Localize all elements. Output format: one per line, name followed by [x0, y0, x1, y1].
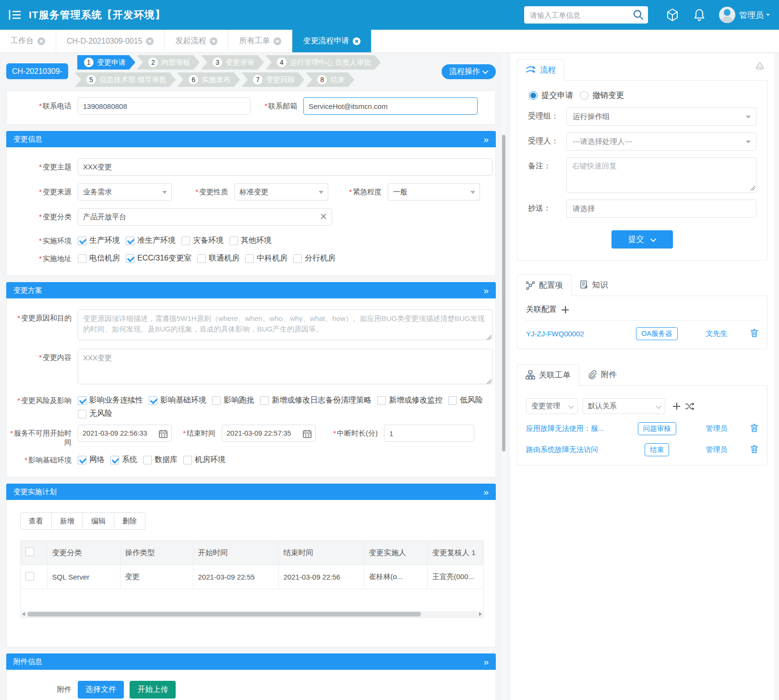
checkbox-option[interactable]: 中科机房 [245, 250, 288, 263]
change-source-select[interactable]: 业务需求 [78, 183, 172, 201]
add-config-icon[interactable] [562, 306, 569, 313]
checkbox-option[interactable]: 数据库 [143, 451, 178, 465]
close-icon[interactable] [353, 37, 360, 45]
collapse-icon[interactable]: » [483, 135, 489, 144]
user-avatar[interactable] [719, 7, 735, 23]
collapse-icon[interactable]: » [483, 657, 489, 666]
scrollbar-thumb[interactable] [27, 612, 421, 617]
change-content-textarea[interactable]: XXX变更 [78, 349, 493, 384]
clear-icon[interactable] [320, 213, 327, 220]
vertical-scrollbar[interactable] [502, 53, 506, 700]
config-item-link[interactable]: YJ-ZJ-FWQ00002 [526, 330, 624, 338]
checkbox[interactable] [143, 456, 152, 464]
checkbox[interactable] [229, 237, 238, 245]
checkbox-option[interactable]: 生产环境 [78, 232, 120, 246]
delete-button[interactable]: 删除 [114, 512, 145, 530]
checkbox-option[interactable]: 其他环境 [229, 232, 272, 246]
resize-handle[interactable] [750, 186, 755, 190]
checkbox[interactable] [245, 254, 254, 263]
close-icon[interactable] [274, 37, 281, 45]
phone-input[interactable] [78, 97, 251, 115]
ticket-link[interactable]: 应用故障无法使用：服... [526, 424, 624, 433]
checkbox[interactable] [126, 254, 134, 263]
checkbox-option[interactable]: 系统 [110, 451, 137, 465]
checkbox-option[interactable]: 低风险 [448, 392, 483, 405]
menu-icon[interactable] [9, 10, 21, 20]
config-owner-link[interactable]: 文先生 [689, 329, 744, 338]
back-to-top[interactable]: TOP [755, 62, 765, 71]
collapse-icon[interactable]: » [483, 487, 489, 497]
checkbox[interactable] [78, 237, 86, 245]
checkbox-option[interactable]: 网络 [78, 451, 105, 465]
checkbox-option[interactable]: 影响跑批 [212, 392, 254, 405]
resize-handle[interactable] [487, 379, 491, 384]
checkbox-option[interactable]: 影响业务连续性 [78, 392, 143, 405]
tab-related-tickets[interactable]: 关联工单 [517, 364, 579, 386]
checkbox-option[interactable]: 机房环境 [183, 451, 226, 465]
relation-type-select[interactable]: 默认关系 [583, 398, 665, 414]
tab-attachments[interactable]: 附件 [579, 364, 625, 385]
cc-input[interactable] [566, 200, 756, 218]
delete-relation-icon[interactable] [744, 445, 758, 455]
checkbox[interactable] [197, 254, 206, 263]
checkbox-option[interactable]: 无风险 [78, 405, 112, 419]
change-nature-select[interactable]: 标准变更 [234, 183, 328, 201]
radio-revoke-change[interactable] [580, 91, 588, 100]
checkbox[interactable] [149, 396, 157, 405]
delete-config-icon[interactable] [744, 329, 758, 339]
scroll-right-icon[interactable] [479, 612, 482, 616]
flow-actions-button[interactable]: 流程操作 [442, 64, 496, 79]
tab-flow[interactable]: 流程 [517, 59, 564, 81]
ticket-status-badge[interactable]: 问题审核 [638, 422, 676, 435]
checkbox[interactable] [260, 396, 269, 405]
checkbox-option[interactable]: ECC/316变更室 [126, 250, 192, 263]
calendar-icon[interactable] [158, 429, 168, 439]
view-button[interactable]: 查看 [20, 512, 51, 530]
checkbox[interactable] [78, 410, 86, 418]
handler-select[interactable]: ---请选择处理人--- [566, 132, 756, 151]
change-category-input[interactable] [78, 208, 332, 225]
remark-textarea[interactable] [566, 157, 756, 193]
collapse-icon[interactable]: » [483, 286, 489, 295]
ticket-link[interactable]: 路由系统故障无法访问 [526, 445, 624, 454]
resize-handle[interactable] [487, 335, 491, 340]
close-icon[interactable] [210, 37, 217, 45]
checkbox-option[interactable]: 电信机房 [78, 250, 120, 263]
shuffle-icon[interactable] [685, 403, 694, 410]
change-reason-textarea[interactable] [78, 309, 493, 340]
ticket-user-link[interactable]: 管理员 [689, 424, 744, 433]
checkbox[interactable] [78, 396, 86, 405]
add-button[interactable]: 新增 [51, 512, 83, 530]
checkbox-option[interactable]: 新增或修改监控 [377, 392, 443, 405]
submit-button[interactable]: 提交 [611, 230, 673, 249]
notification-bell-icon[interactable] [693, 8, 706, 22]
tab-start-flow[interactable]: 发起流程 [165, 30, 228, 52]
duration-input[interactable] [384, 425, 474, 442]
checkbox[interactable] [181, 237, 190, 245]
checkbox-option[interactable]: 分行机房 [293, 250, 336, 263]
tab-all-tickets[interactable]: 所有工单 [228, 30, 292, 52]
checkbox-option[interactable]: 灾备环境 [181, 232, 224, 246]
scrollbar-thumb[interactable] [502, 135, 505, 451]
search-input[interactable] [524, 6, 648, 24]
checkbox[interactable] [110, 456, 119, 464]
checkbox-option[interactable]: 联通机房 [197, 250, 240, 263]
handler-group-select[interactable]: 运行操作组 [566, 107, 756, 126]
ticket-number-badge[interactable]: CH-20210309- [6, 63, 68, 79]
scroll-left-icon[interactable] [22, 612, 25, 616]
module-cube-icon[interactable] [665, 8, 680, 22]
checkbox-option[interactable]: 准生产环境 [126, 232, 176, 246]
unavailable-start-input[interactable]: 2021-03-09 22:56:33 [78, 425, 172, 442]
checkbox-option[interactable]: 影响基础环境 [149, 392, 206, 405]
delete-relation-icon[interactable] [744, 424, 758, 434]
horizontal-scrollbar[interactable] [20, 611, 484, 618]
checkbox[interactable] [293, 254, 302, 263]
tab-config-items[interactable]: 配置项 [517, 274, 572, 296]
end-time-input[interactable]: 2021-03-09 22:57:35 [222, 425, 316, 442]
config-type-badge[interactable]: OA服务器 [636, 327, 677, 340]
checkbox[interactable] [183, 456, 192, 464]
tab-ticket[interactable]: CH-D-20210309-0015 [56, 30, 165, 52]
checkbox[interactable] [126, 237, 134, 245]
user-menu[interactable]: 管理员 [739, 10, 770, 21]
checkbox[interactable] [78, 456, 86, 464]
